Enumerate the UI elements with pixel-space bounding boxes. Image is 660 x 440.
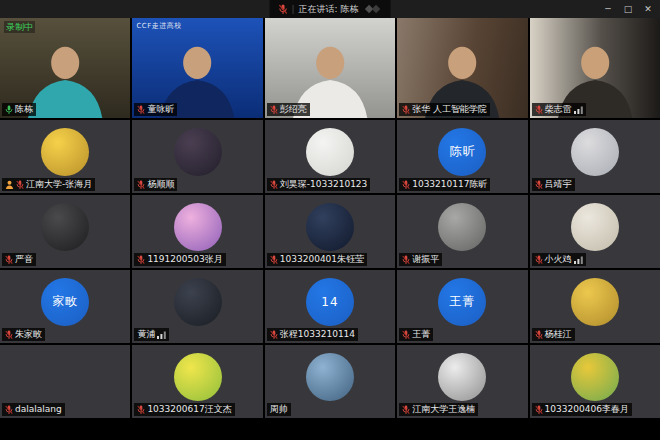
name-label: 童咏昕: [134, 103, 177, 116]
participant-tile-4[interactable]: 张华 人工智能学院: [397, 18, 527, 118]
host-icon: [5, 180, 14, 189]
name-label: 周帅: [267, 403, 291, 416]
avatar: [174, 278, 222, 326]
name-label: 王菁: [399, 328, 433, 341]
participant-name: 1033200617汪文杰: [147, 403, 231, 416]
avatar-area: [0, 195, 130, 258]
name-label: 江南大学王逸楠: [399, 403, 478, 416]
avatar: [174, 203, 222, 251]
mic-muted-icon: [270, 180, 278, 190]
avatar: [438, 353, 486, 401]
participant-tile-3[interactable]: 彭绍亮: [265, 18, 395, 118]
name-label: 小火鸡: [532, 253, 586, 266]
participant-tile-20[interactable]: 杨桂江: [530, 270, 660, 343]
participant-tile-17[interactable]: 黄浦: [132, 270, 262, 343]
mic-speaking-icon: [5, 105, 13, 115]
participant-tile-18[interactable]: 14张程1033210114: [265, 270, 395, 343]
avatar-area: [530, 195, 660, 258]
maximize-button[interactable]: □: [618, 1, 638, 18]
participant-tile-12[interactable]: 1191200503张月: [132, 195, 262, 268]
avatar: 家畋: [41, 278, 89, 326]
participant-tile-15[interactable]: 小火鸡: [530, 195, 660, 268]
participant-name: 江南大学王逸楠: [412, 403, 475, 416]
avatar-text: 陈昕: [449, 143, 475, 160]
participant-name: 张程1033210114: [280, 328, 355, 341]
name-label: 严音: [2, 253, 36, 266]
mic-muted-icon: [402, 330, 410, 340]
participant-tile-5[interactable]: 柴志雷: [530, 18, 660, 118]
name-label: 刘昊琛-1033210123: [267, 178, 371, 191]
name-label: 1033200617汪文杰: [134, 403, 234, 416]
signal-bars-icon: [574, 106, 583, 114]
avatar-area: [0, 345, 130, 408]
name-label: dalalalang: [2, 403, 65, 416]
name-label: 江南大学-张海月: [2, 178, 95, 191]
avatar-area: [265, 120, 395, 183]
avatar: [571, 203, 619, 251]
participant-tile-11[interactable]: 严音: [0, 195, 130, 268]
participant-name: 朱家畋: [15, 328, 42, 341]
name-label: 杨桂江: [532, 328, 575, 341]
name-label: 朱家畋: [2, 328, 45, 341]
window-controls: ─ □ ✕: [598, 0, 658, 18]
avatar: 王菁: [438, 278, 486, 326]
avatar-area: 王菁: [397, 270, 527, 333]
participant-name: dalalalang: [15, 403, 62, 416]
mic-muted-icon: [270, 105, 278, 115]
avatar-area: [530, 270, 660, 333]
participant-tile-6[interactable]: 江南大学-张海月: [0, 120, 130, 193]
avatar: [438, 203, 486, 251]
participant-tile-16[interactable]: 家畋朱家畋: [0, 270, 130, 343]
mic-muted-icon: [270, 330, 278, 340]
participant-tile-25[interactable]: 1033200406李春月: [530, 345, 660, 418]
participant-name: 小火鸡: [545, 253, 572, 266]
participant-tile-8[interactable]: 刘昊琛-1033210123: [265, 120, 395, 193]
close-button[interactable]: ✕: [638, 1, 658, 18]
participant-name: 1033200401朱钰莹: [280, 253, 364, 266]
muted-mic-icon: [279, 4, 288, 15]
name-label: 谢振平: [399, 253, 442, 266]
meeting-window: 正在讲话: 陈栋 ─ □ ✕ 录制中 陈栋CCF走进高校童咏昕彭绍亮张华 人工智…: [0, 0, 660, 440]
video-caption: CCF走进高校: [136, 21, 181, 31]
participant-tile-10[interactable]: 吕靖宇: [530, 120, 660, 193]
participant-name: 1033210117陈昕: [412, 178, 487, 191]
mic-muted-icon: [402, 105, 410, 115]
mic-muted-icon: [535, 255, 543, 265]
participant-tile-13[interactable]: 1033200401朱钰莹: [265, 195, 395, 268]
mic-muted-icon: [535, 180, 543, 190]
participant-name: 童咏昕: [147, 103, 174, 116]
mic-muted-icon: [535, 105, 543, 115]
participant-name: 谢振平: [412, 253, 439, 266]
name-label: 陈栋: [2, 103, 36, 116]
avatar: [174, 128, 222, 176]
mic-muted-icon: [5, 330, 13, 340]
participant-tile-22[interactable]: 1033200617汪文杰: [132, 345, 262, 418]
participant-tile-21[interactable]: dalalalang: [0, 345, 130, 418]
participant-tile-1[interactable]: 陈栋: [0, 18, 130, 118]
avatar-area: [397, 345, 527, 408]
participant-name: 江南大学-张海月: [26, 178, 92, 191]
participant-tile-9[interactable]: 陈昕1033210117陈昕: [397, 120, 527, 193]
avatar: [571, 278, 619, 326]
participant-tile-2[interactable]: CCF走进高校童咏昕: [132, 18, 262, 118]
participant-tile-14[interactable]: 谢振平: [397, 195, 527, 268]
name-label: 1033200406李春月: [532, 403, 632, 416]
avatar: [571, 353, 619, 401]
participant-tile-24[interactable]: 江南大学王逸楠: [397, 345, 527, 418]
avatar: [571, 128, 619, 176]
signal-bars-icon: [157, 331, 166, 339]
avatar-area: [530, 345, 660, 408]
mic-muted-icon: [270, 255, 278, 265]
participant-tile-23[interactable]: 周帅: [265, 345, 395, 418]
avatar-area: [132, 345, 262, 408]
avatar-text: 王菁: [449, 293, 475, 310]
avatar-area: [397, 195, 527, 258]
participant-tile-7[interactable]: 杨顺顺: [132, 120, 262, 193]
minimize-button[interactable]: ─: [598, 1, 618, 18]
participant-tile-19[interactable]: 王菁王菁: [397, 270, 527, 343]
mic-muted-icon: [16, 180, 24, 190]
participant-name: 杨顺顺: [147, 178, 174, 191]
participant-name: 柴志雷: [545, 103, 572, 116]
name-label: 彭绍亮: [267, 103, 310, 116]
mic-muted-icon: [137, 105, 145, 115]
